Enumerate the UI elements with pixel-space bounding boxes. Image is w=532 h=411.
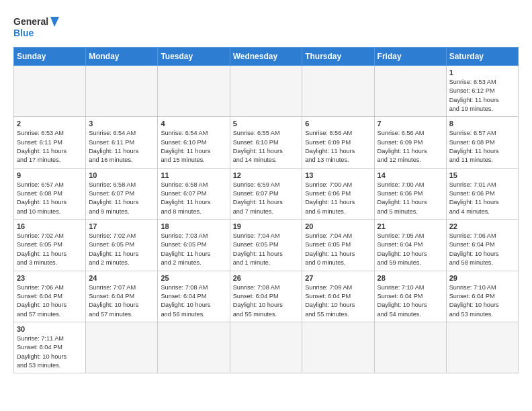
calendar-cell: 26Sunrise: 7:08 AM Sunset: 6:04 PM Dayli… bbox=[230, 271, 302, 322]
day-info: Sunrise: 6:56 AM Sunset: 6:09 PM Dayligh… bbox=[378, 129, 443, 165]
calendar-cell: 3Sunrise: 6:54 AM Sunset: 6:11 PM Daylig… bbox=[86, 117, 158, 168]
calendar-week-row: 2Sunrise: 6:53 AM Sunset: 6:11 PM Daylig… bbox=[14, 117, 519, 168]
calendar-cell bbox=[302, 66, 374, 117]
logo-svg: GeneralBlue bbox=[13, 13, 60, 40]
calendar-cell bbox=[230, 66, 302, 117]
calendar-cell: 6Sunrise: 6:56 AM Sunset: 6:09 PM Daylig… bbox=[302, 117, 374, 168]
day-number: 16 bbox=[17, 222, 83, 230]
calendar-cell: 24Sunrise: 7:07 AM Sunset: 6:04 PM Dayli… bbox=[86, 271, 158, 322]
calendar-cell: 29Sunrise: 7:10 AM Sunset: 6:04 PM Dayli… bbox=[446, 271, 518, 322]
calendar-cell: 21Sunrise: 7:05 AM Sunset: 6:04 PM Dayli… bbox=[374, 220, 446, 271]
calendar-cell: 19Sunrise: 7:04 AM Sunset: 6:05 PM Dayli… bbox=[230, 220, 302, 271]
calendar-cell: 11Sunrise: 6:58 AM Sunset: 6:07 PM Dayli… bbox=[158, 168, 230, 219]
calendar-cell: 17Sunrise: 7:02 AM Sunset: 6:05 PM Dayli… bbox=[86, 220, 158, 271]
weekday-header-friday: Friday bbox=[374, 48, 446, 66]
calendar-cell bbox=[158, 322, 230, 373]
calendar-cell bbox=[158, 66, 230, 117]
svg-text:Blue: Blue bbox=[13, 28, 34, 38]
day-number: 13 bbox=[305, 171, 371, 179]
calendar-cell: 27Sunrise: 7:09 AM Sunset: 6:04 PM Dayli… bbox=[302, 271, 374, 322]
day-number: 19 bbox=[233, 222, 300, 230]
day-info: Sunrise: 7:10 AM Sunset: 6:04 PM Dayligh… bbox=[449, 283, 515, 319]
day-info: Sunrise: 6:58 AM Sunset: 6:07 PM Dayligh… bbox=[89, 181, 154, 216]
day-number: 1 bbox=[449, 68, 515, 77]
page-header: GeneralBlue bbox=[13, 13, 519, 40]
day-number: 22 bbox=[449, 222, 515, 230]
calendar-cell: 28Sunrise: 7:10 AM Sunset: 6:04 PM Dayli… bbox=[374, 271, 446, 322]
day-info: Sunrise: 6:59 AM Sunset: 6:07 PM Dayligh… bbox=[233, 181, 300, 216]
day-info: Sunrise: 6:58 AM Sunset: 6:07 PM Dayligh… bbox=[161, 181, 226, 216]
calendar-cell bbox=[86, 66, 158, 117]
calendar-cell bbox=[446, 322, 518, 373]
weekday-header-monday: Monday bbox=[86, 48, 158, 66]
weekday-header-row: SundayMondayTuesdayWednesdayThursdayFrid… bbox=[14, 48, 519, 66]
day-number: 28 bbox=[378, 274, 443, 282]
day-info: Sunrise: 7:08 AM Sunset: 6:04 PM Dayligh… bbox=[161, 283, 226, 319]
calendar-cell: 30Sunrise: 7:11 AM Sunset: 6:04 PM Dayli… bbox=[14, 322, 86, 373]
calendar-cell: 12Sunrise: 6:59 AM Sunset: 6:07 PM Dayli… bbox=[230, 168, 302, 219]
calendar-cell: 2Sunrise: 6:53 AM Sunset: 6:11 PM Daylig… bbox=[14, 117, 86, 168]
day-info: Sunrise: 6:56 AM Sunset: 6:09 PM Dayligh… bbox=[305, 129, 371, 165]
day-number: 18 bbox=[161, 222, 226, 230]
calendar-cell: 25Sunrise: 7:08 AM Sunset: 6:04 PM Dayli… bbox=[158, 271, 230, 322]
day-number: 7 bbox=[378, 120, 443, 128]
day-number: 21 bbox=[378, 222, 443, 230]
day-info: Sunrise: 7:00 AM Sunset: 6:06 PM Dayligh… bbox=[305, 181, 371, 216]
calendar-cell: 5Sunrise: 6:55 AM Sunset: 6:10 PM Daylig… bbox=[230, 117, 302, 168]
calendar-cell bbox=[374, 322, 446, 373]
day-number: 15 bbox=[449, 171, 515, 179]
day-info: Sunrise: 6:54 AM Sunset: 6:10 PM Dayligh… bbox=[161, 129, 226, 165]
day-info: Sunrise: 7:02 AM Sunset: 6:05 PM Dayligh… bbox=[17, 232, 83, 267]
calendar-cell: 8Sunrise: 6:57 AM Sunset: 6:08 PM Daylig… bbox=[446, 117, 518, 168]
day-number: 25 bbox=[161, 274, 226, 282]
logo: GeneralBlue bbox=[13, 13, 60, 40]
calendar-cell: 23Sunrise: 7:06 AM Sunset: 6:04 PM Dayli… bbox=[14, 271, 86, 322]
calendar-cell bbox=[86, 322, 158, 373]
day-info: Sunrise: 6:53 AM Sunset: 6:11 PM Dayligh… bbox=[17, 129, 83, 165]
weekday-header-tuesday: Tuesday bbox=[158, 48, 230, 66]
day-number: 5 bbox=[233, 120, 300, 128]
day-info: Sunrise: 7:04 AM Sunset: 6:05 PM Dayligh… bbox=[233, 232, 300, 267]
calendar-cell: 13Sunrise: 7:00 AM Sunset: 6:06 PM Dayli… bbox=[302, 168, 374, 219]
calendar-cell: 15Sunrise: 7:01 AM Sunset: 6:06 PM Dayli… bbox=[446, 168, 518, 219]
day-number: 2 bbox=[17, 120, 83, 128]
day-info: Sunrise: 7:11 AM Sunset: 6:04 PM Dayligh… bbox=[17, 334, 83, 370]
day-number: 27 bbox=[305, 274, 371, 282]
day-number: 6 bbox=[305, 120, 371, 128]
day-info: Sunrise: 6:55 AM Sunset: 6:10 PM Dayligh… bbox=[233, 129, 300, 165]
day-info: Sunrise: 7:00 AM Sunset: 6:06 PM Dayligh… bbox=[378, 181, 443, 216]
day-info: Sunrise: 7:01 AM Sunset: 6:06 PM Dayligh… bbox=[449, 181, 515, 216]
weekday-header-wednesday: Wednesday bbox=[230, 48, 302, 66]
day-info: Sunrise: 6:57 AM Sunset: 6:08 PM Dayligh… bbox=[449, 129, 515, 165]
day-info: Sunrise: 7:09 AM Sunset: 6:04 PM Dayligh… bbox=[305, 283, 371, 319]
day-info: Sunrise: 7:05 AM Sunset: 6:04 PM Dayligh… bbox=[378, 232, 443, 267]
calendar-cell: 4Sunrise: 6:54 AM Sunset: 6:10 PM Daylig… bbox=[158, 117, 230, 168]
day-number: 9 bbox=[17, 171, 83, 179]
calendar-table: SundayMondayTuesdayWednesdayThursdayFrid… bbox=[13, 47, 519, 373]
calendar-cell: 16Sunrise: 7:02 AM Sunset: 6:05 PM Dayli… bbox=[14, 220, 86, 271]
day-info: Sunrise: 7:02 AM Sunset: 6:05 PM Dayligh… bbox=[89, 232, 154, 267]
calendar-week-row: 1Sunrise: 6:53 AM Sunset: 6:12 PM Daylig… bbox=[14, 66, 519, 117]
calendar-cell: 18Sunrise: 7:03 AM Sunset: 6:05 PM Dayli… bbox=[158, 220, 230, 271]
day-info: Sunrise: 7:06 AM Sunset: 6:04 PM Dayligh… bbox=[449, 232, 515, 267]
day-number: 10 bbox=[89, 171, 154, 179]
day-info: Sunrise: 7:06 AM Sunset: 6:04 PM Dayligh… bbox=[17, 283, 83, 319]
day-number: 14 bbox=[378, 171, 443, 179]
day-info: Sunrise: 6:54 AM Sunset: 6:11 PM Dayligh… bbox=[89, 129, 154, 165]
calendar-week-row: 16Sunrise: 7:02 AM Sunset: 6:05 PM Dayli… bbox=[14, 220, 519, 271]
weekday-header-saturday: Saturday bbox=[446, 48, 518, 66]
day-number: 17 bbox=[89, 222, 154, 230]
day-number: 26 bbox=[233, 274, 300, 282]
day-info: Sunrise: 7:07 AM Sunset: 6:04 PM Dayligh… bbox=[89, 283, 154, 319]
calendar-cell: 20Sunrise: 7:04 AM Sunset: 6:05 PM Dayli… bbox=[302, 220, 374, 271]
calendar-cell: 14Sunrise: 7:00 AM Sunset: 6:06 PM Dayli… bbox=[374, 168, 446, 219]
calendar-cell bbox=[302, 322, 374, 373]
calendar-cell bbox=[374, 66, 446, 117]
day-info: Sunrise: 7:10 AM Sunset: 6:04 PM Dayligh… bbox=[378, 283, 443, 319]
calendar-cell: 22Sunrise: 7:06 AM Sunset: 6:04 PM Dayli… bbox=[446, 220, 518, 271]
weekday-header-thursday: Thursday bbox=[302, 48, 374, 66]
day-number: 29 bbox=[449, 274, 515, 282]
day-number: 12 bbox=[233, 171, 300, 179]
day-number: 23 bbox=[17, 274, 83, 282]
day-number: 20 bbox=[305, 222, 371, 230]
